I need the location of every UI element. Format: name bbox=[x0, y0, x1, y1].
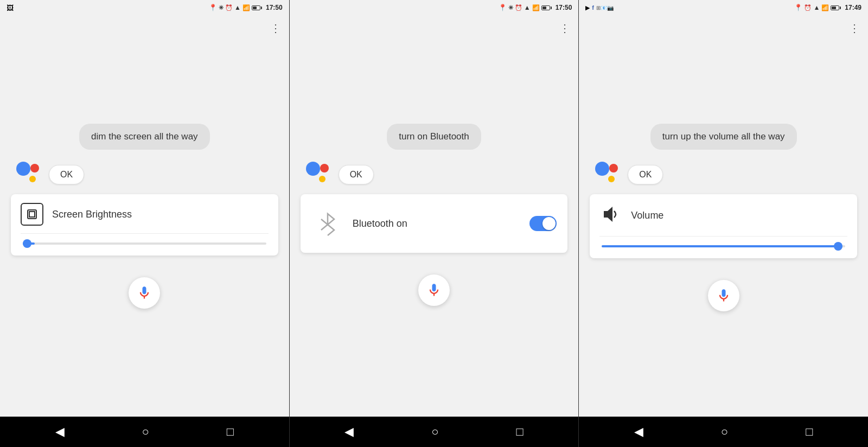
alarm-icon-3: ⏰ bbox=[804, 4, 812, 11]
back-button-2[interactable]: ◀ bbox=[344, 425, 354, 439]
signal-icon-2: 📶 bbox=[532, 4, 540, 11]
status-left-3: ▶ f ⊞📧📷 bbox=[585, 4, 614, 11]
nav-bar-1: ◀ ○ □ bbox=[0, 417, 289, 447]
dot-blue-2 bbox=[306, 162, 320, 176]
speech-bubble-2: turn on Bluetooth bbox=[387, 124, 481, 150]
alarm-icon: ⏰ bbox=[225, 4, 233, 11]
bluetooth-icon-wrap bbox=[311, 207, 344, 240]
brightness-title: Screen Brightness bbox=[52, 209, 132, 220]
dot-red-1 bbox=[30, 164, 39, 173]
app-icons: ⊞📧📷 bbox=[596, 5, 614, 11]
speech-bubble-1: dim the screen all the way bbox=[79, 124, 210, 150]
wifi-icon-1: ▲ bbox=[234, 4, 241, 11]
home-button-3[interactable]: ○ bbox=[721, 425, 728, 439]
volume-slider[interactable] bbox=[602, 245, 845, 247]
bluetooth-status-icon: ✳ bbox=[219, 4, 224, 11]
status-time-3: 17:49 bbox=[845, 4, 861, 11]
brightness-card: Screen Brightness bbox=[11, 194, 278, 256]
brightness-slider-container[interactable] bbox=[21, 242, 269, 245]
battery-icon-2 bbox=[541, 5, 552, 10]
phone-content-1: dim the screen all the way OK Screen Bri… bbox=[0, 15, 289, 417]
volume-card: Volume bbox=[590, 194, 857, 258]
status-left-1: 🖼 bbox=[7, 4, 14, 12]
assistant-row-1: OK bbox=[16, 162, 84, 188]
svg-line-2 bbox=[321, 219, 328, 225]
recent-button-2[interactable]: □ bbox=[516, 425, 524, 439]
battery-icon-3 bbox=[831, 5, 841, 10]
wifi-icon-2: ▲ bbox=[524, 4, 531, 11]
ok-label-3: OK bbox=[628, 165, 663, 184]
assistant-row-2: OK bbox=[306, 162, 374, 188]
gallery-icon: 🖼 bbox=[7, 4, 14, 12]
ok-label-1: OK bbox=[49, 165, 84, 184]
recent-button-3[interactable]: □ bbox=[806, 425, 813, 439]
dot-yellow-3 bbox=[608, 176, 615, 182]
google-dots-3 bbox=[595, 162, 621, 188]
status-bar-2: 📍 ✳ ⏰ ▲ 📶 17:50 bbox=[290, 0, 579, 15]
play-icon: ▶ bbox=[585, 4, 590, 11]
svg-line-3 bbox=[321, 225, 328, 230]
mic-button-3[interactable] bbox=[708, 280, 739, 311]
google-dots-2 bbox=[306, 162, 332, 188]
brightness-thumb[interactable] bbox=[23, 239, 31, 248]
volume-icon bbox=[599, 203, 622, 228]
back-button-1[interactable]: ◀ bbox=[55, 425, 65, 439]
phone-panel-1: 🖼 📍 ✳ ⏰ ▲ 📶 17:50 ⋮ dim the screen all t… bbox=[0, 0, 289, 447]
recent-button-1[interactable]: □ bbox=[227, 425, 234, 439]
brightness-slider[interactable] bbox=[23, 242, 266, 245]
volume-thumb[interactable] bbox=[834, 242, 843, 251]
assistant-row-3: OK bbox=[595, 162, 663, 188]
dot-red-3 bbox=[609, 164, 618, 173]
phone-content-2: turn on Bluetooth OK bbox=[290, 15, 579, 417]
volume-fill bbox=[602, 245, 838, 247]
home-button-2[interactable]: ○ bbox=[431, 425, 438, 439]
phone-content-3: turn up the volume all the way OK bbox=[579, 15, 868, 417]
nav-bar-2: ◀ ○ □ bbox=[290, 417, 579, 447]
google-dots-1 bbox=[16, 162, 42, 188]
status-right-2: 📍 ✳ ⏰ ▲ 📶 17:50 bbox=[499, 4, 572, 11]
phone-panel-3: ▶ f ⊞📧📷 📍 ⏰ ▲ 📶 17:49 ⋮ turn up the volu… bbox=[578, 0, 868, 447]
bluetooth-card-inner: Bluetooth on bbox=[301, 194, 568, 253]
signal-icon-1: 📶 bbox=[242, 4, 250, 11]
volume-title: Volume bbox=[631, 210, 663, 221]
speech-bubble-3: turn up the volume all the way bbox=[650, 124, 797, 150]
nav-bar-3: ◀ ○ □ bbox=[579, 417, 868, 447]
status-right-3: 📍 ⏰ ▲ 📶 17:49 bbox=[794, 4, 861, 11]
volume-card-header: Volume bbox=[599, 203, 847, 237]
signal-icon-3: 📶 bbox=[821, 4, 829, 11]
brightness-card-header: Screen Brightness bbox=[21, 203, 269, 234]
toggle-thumb bbox=[542, 217, 556, 230]
mic-button-2[interactable] bbox=[418, 274, 450, 306]
svg-rect-1 bbox=[29, 212, 35, 217]
brightness-icon bbox=[21, 203, 43, 226]
dot-red-2 bbox=[320, 164, 329, 173]
location-icon-3: 📍 bbox=[794, 4, 802, 11]
fb-icon: f bbox=[592, 4, 594, 11]
status-bar-1: 🖼 📍 ✳ ⏰ ▲ 📶 17:50 bbox=[0, 0, 289, 15]
status-right-1: 📍 ✳ ⏰ ▲ 📶 17:50 bbox=[209, 4, 283, 11]
home-button-1[interactable]: ○ bbox=[142, 425, 149, 439]
dot-yellow-1 bbox=[29, 176, 36, 182]
mic-button-1[interactable] bbox=[129, 277, 160, 309]
battery-icon-1 bbox=[252, 5, 262, 10]
bluetooth-label: Bluetooth on bbox=[353, 218, 521, 229]
bluetooth-toggle[interactable] bbox=[529, 216, 557, 231]
ok-label-2: OK bbox=[339, 165, 374, 184]
dot-blue-1 bbox=[16, 162, 30, 176]
status-time-1: 17:50 bbox=[266, 4, 283, 11]
dot-yellow-2 bbox=[319, 176, 326, 182]
location-icon-2: 📍 bbox=[499, 4, 507, 11]
phone-panel-2: 📍 ✳ ⏰ ▲ 📶 17:50 ⋮ turn on Bluetooth OK bbox=[289, 0, 579, 447]
back-button-3[interactable]: ◀ bbox=[634, 425, 643, 439]
alarm-icon-2: ⏰ bbox=[515, 4, 522, 11]
bluetooth-status-icon-2: ✳ bbox=[508, 4, 513, 11]
volume-slider-container[interactable] bbox=[599, 245, 847, 247]
wifi-icon-3: ▲ bbox=[813, 4, 820, 11]
bluetooth-icon-svg bbox=[314, 209, 342, 238]
status-time-2: 17:50 bbox=[556, 4, 572, 11]
dot-blue-3 bbox=[595, 162, 609, 176]
bluetooth-card: Bluetooth on bbox=[301, 194, 568, 253]
location-icon: 📍 bbox=[209, 4, 217, 11]
svg-marker-4 bbox=[604, 207, 612, 222]
status-bar-3: ▶ f ⊞📧📷 📍 ⏰ ▲ 📶 17:49 bbox=[579, 0, 868, 15]
